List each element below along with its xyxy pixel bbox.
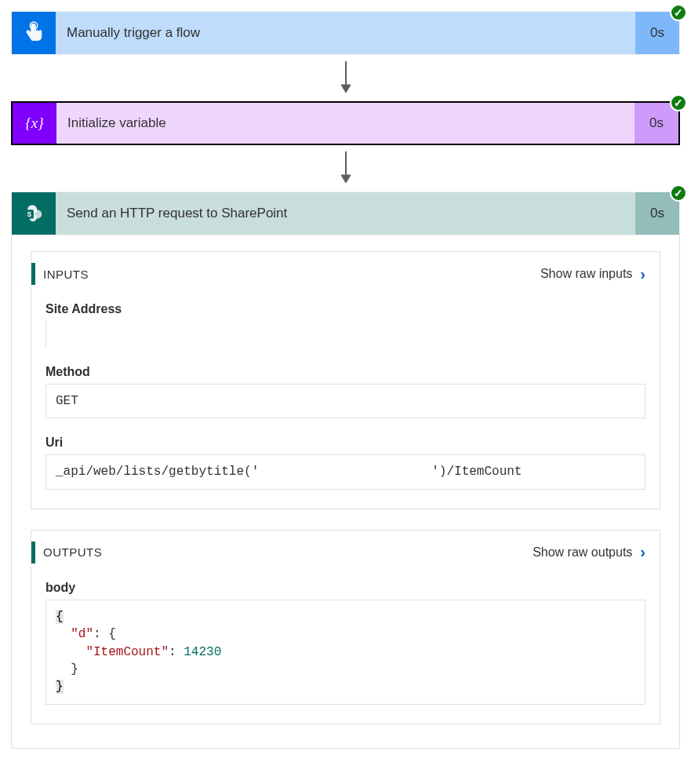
chevron-right-icon[interactable]: › [640, 265, 646, 283]
step-initialize-variable[interactable]: {x} Initialize variable 0s [11, 101, 680, 145]
step-title: Initialize variable [56, 103, 635, 144]
chevron-right-icon[interactable]: › [640, 543, 646, 561]
svg-marker-5 [341, 175, 351, 183]
inputs-panel: INPUTS Show raw inputs › Site Address Me… [31, 251, 660, 509]
method-label: Method [45, 365, 646, 379]
accent-bar [31, 263, 35, 285]
step-title: Send an HTTP request to SharePoint [56, 192, 635, 235]
site-address-label: Site Address [45, 302, 646, 316]
svg-marker-2 [341, 85, 351, 93]
uri-value: _api/web/lists/getbytitle('')/ItemCount [45, 454, 646, 489]
svg-text:{x}: {x} [25, 115, 44, 131]
inputs-heading: INPUTS [43, 268, 540, 281]
show-raw-outputs-link[interactable]: Show raw outputs [533, 545, 632, 560]
outputs-panel: OUTPUTS Show raw outputs › body { "d": {… [31, 530, 660, 724]
variable-icon: {x} [13, 103, 56, 144]
step-title: Manually trigger a flow [56, 12, 635, 54]
success-badge-icon [670, 94, 687, 111]
site-address-value [45, 321, 49, 348]
step-http-sharepoint[interactable]: S Send an HTTP request to SharePoint 0s … [11, 191, 680, 749]
accent-bar [31, 542, 35, 563]
body-value: { "d": { "ItemCount": 14230 } } [45, 600, 646, 705]
sharepoint-icon: S [12, 192, 56, 235]
step-details: INPUTS Show raw inputs › Site Address Me… [11, 235, 680, 749]
success-badge-icon [670, 184, 687, 202]
arrow-down-icon [11, 55, 680, 101]
outputs-heading: OUTPUTS [43, 545, 533, 559]
step-trigger[interactable]: Manually trigger a flow 0s [11, 11, 680, 55]
svg-text:S: S [27, 210, 32, 218]
arrow-down-icon [11, 145, 680, 191]
success-badge-icon [670, 4, 687, 21]
show-raw-inputs-link[interactable]: Show raw inputs [540, 267, 632, 281]
touch-icon [12, 12, 56, 54]
uri-label: Uri [45, 436, 646, 450]
method-value: GET [45, 384, 646, 418]
body-label: body [45, 581, 646, 595]
